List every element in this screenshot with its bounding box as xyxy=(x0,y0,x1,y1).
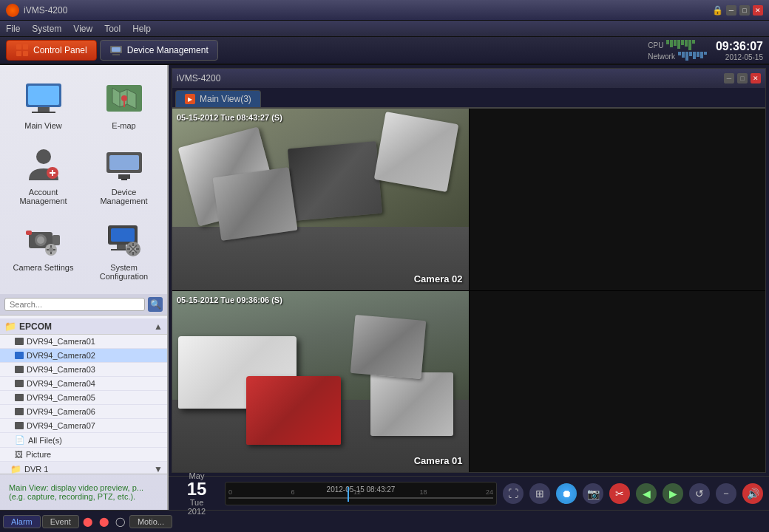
control-panel-icon xyxy=(16,44,29,57)
camera-grid: 05-15-2012 Tue 08:43:27 (S) Camera 02 xyxy=(172,109,765,472)
cam02-icon xyxy=(15,352,24,359)
camera-cell-cam01: 05-15-2012 Tue 09:36:06 (S) Camera 01 xyxy=(172,291,469,473)
svg-point-28 xyxy=(49,248,53,252)
minus-button[interactable]: － xyxy=(716,483,736,504)
tree-item-cam03[interactable]: DVR94_Camera03 xyxy=(0,363,167,377)
dayofweek-label: Tue xyxy=(175,498,219,507)
event-button[interactable]: Event xyxy=(42,515,79,528)
layout-button[interactable]: ⊞ xyxy=(529,483,550,504)
system-configuration-icon xyxy=(104,220,144,260)
audio-button[interactable]: 🔊 xyxy=(742,483,763,504)
main-view-icon xyxy=(24,78,64,118)
svg-rect-25 xyxy=(52,235,60,245)
camera-settings-label: Camera Settings xyxy=(13,263,74,272)
cam04-label: DVR94_Camera04 xyxy=(27,379,95,388)
sidebar-item-device-management[interactable]: Device Management xyxy=(87,140,161,210)
tree-group-epcom[interactable]: 📁 EPCOM ▲ xyxy=(0,318,167,335)
cam07-icon xyxy=(15,422,24,429)
record-button[interactable]: ⏺ xyxy=(556,483,577,504)
emap-icon xyxy=(104,78,144,118)
device-management-icon-left xyxy=(104,145,144,185)
svg-rect-19 xyxy=(109,155,139,170)
tab-main-view[interactable]: ▶ Main View(3) xyxy=(175,90,261,107)
search-button[interactable]: 🔍 xyxy=(148,297,163,312)
emap-label: E-map xyxy=(112,121,135,130)
timeline-cursor xyxy=(348,487,349,502)
inner-close-button[interactable]: ✕ xyxy=(751,73,761,83)
menu-view[interactable]: View xyxy=(73,24,92,34)
svg-rect-6 xyxy=(112,47,121,52)
cam06-icon xyxy=(15,408,24,415)
motion-button[interactable]: Motio... xyxy=(129,515,172,528)
tree-item-cam02[interactable]: DVR94_Camera02 xyxy=(0,349,167,363)
stop-button[interactable]: ✂ xyxy=(609,483,630,504)
svg-rect-31 xyxy=(117,245,126,249)
inner-max-button[interactable]: □ xyxy=(737,73,748,83)
next-button[interactable]: ▶ xyxy=(663,483,683,504)
search-bar: 🔍 xyxy=(0,294,167,316)
tab-icon: ▶ xyxy=(185,94,195,104)
alert-status-icon[interactable]: ⬤ xyxy=(97,514,112,529)
day-label: 15 xyxy=(175,480,219,498)
maximize-button[interactable]: □ xyxy=(739,5,750,16)
all-files-icon: 📄 xyxy=(15,435,25,445)
tree-item-cam05[interactable]: DVR94_Camera05 xyxy=(0,391,167,405)
sidebar-item-system-configuration[interactable]: System Configuration xyxy=(87,216,161,285)
inner-titlebar: iVMS-4200 ─ □ ✕ xyxy=(172,69,765,88)
device-management-button[interactable]: Device Management xyxy=(100,40,218,61)
app-icon xyxy=(6,4,19,17)
sidebar-item-camera-settings[interactable]: Camera Settings xyxy=(6,216,81,285)
refresh-button[interactable]: ↺ xyxy=(689,483,710,504)
tree-item-cam06[interactable]: DVR94_Camera06 xyxy=(0,405,167,419)
menu-bar: File System View Tool Help xyxy=(0,21,769,37)
menu-file[interactable]: File xyxy=(6,24,20,34)
menu-tool[interactable]: Tool xyxy=(104,24,121,34)
title-left: iVMS-4200 xyxy=(6,4,67,17)
inner-window-title: iVMS-4200 xyxy=(177,73,220,83)
record-status-icon[interactable]: ⬤ xyxy=(81,514,95,529)
timeline-marks: 06121824 xyxy=(228,488,493,496)
cam04-icon xyxy=(15,380,24,387)
cpu-label: CPU xyxy=(648,41,663,50)
timeline-track[interactable]: 2012-05-15 08:43:27 06121824 xyxy=(225,482,497,505)
close-button[interactable]: ✕ xyxy=(753,5,763,16)
minimize-button[interactable]: ─ xyxy=(726,5,736,16)
tree-subgroup-dvr1[interactable]: 📁 DVR 1 ▼ xyxy=(0,462,167,474)
prev-button[interactable]: ◀ xyxy=(636,483,657,504)
svg-rect-5 xyxy=(112,54,120,55)
device-management-icon xyxy=(109,44,123,57)
cam02-label: DVR94_Camera02 xyxy=(27,351,95,360)
menu-system[interactable]: System xyxy=(32,24,61,34)
sidebar-item-account-management[interactable]: Account Management xyxy=(6,140,81,210)
tree-item-cam07[interactable]: DVR94_Camera07 xyxy=(0,419,167,433)
dvr1-expand-icon: ▼ xyxy=(154,464,163,474)
account-management-icon xyxy=(24,145,64,185)
inner-window: iVMS-4200 ─ □ ✕ ▶ Main View(3) xyxy=(172,68,766,473)
search-input[interactable] xyxy=(4,298,145,311)
svg-rect-10 xyxy=(32,112,55,113)
sidebar-item-main-view[interactable]: Main View xyxy=(6,74,81,134)
taskbar: Control Panel Device Management CPU xyxy=(0,37,769,65)
fullscreen-button[interactable]: ⛶ xyxy=(503,483,524,504)
year-label: 2012 xyxy=(175,507,219,516)
control-panel-button[interactable]: Control Panel xyxy=(6,40,97,61)
cam01-icon xyxy=(15,338,24,345)
alarm-button[interactable]: Alarm xyxy=(3,515,41,528)
motion-status-icon[interactable]: ◯ xyxy=(113,514,128,529)
camera-cell-cam02: 05-15-2012 Tue 08:43:27 (S) Camera 02 xyxy=(172,109,469,290)
account-management-label: Account Management xyxy=(10,188,76,205)
menu-help[interactable]: Help xyxy=(132,24,151,34)
sidebar-item-emap[interactable]: E-map xyxy=(87,74,161,134)
control-panel-label: Control Panel xyxy=(33,45,87,55)
timeline-line xyxy=(228,497,493,499)
snapshot-button[interactable]: 📷 xyxy=(583,483,603,504)
cam06-label: DVR94_Camera06 xyxy=(27,407,95,416)
tab-label: Main View(3) xyxy=(200,94,251,104)
tree-item-picture[interactable]: 🖼 Picture xyxy=(0,448,167,462)
all-files-label: All File(s) xyxy=(28,436,62,445)
tree-item-all-files[interactable]: 📄 All File(s) xyxy=(0,433,167,448)
tree-item-cam04[interactable]: DVR94_Camera04 xyxy=(0,377,167,391)
tree-item-cam01[interactable]: DVR94_Camera01 xyxy=(0,335,167,349)
inner-min-button[interactable]: ─ xyxy=(724,73,734,83)
cam05-label: DVR94_Camera05 xyxy=(27,393,95,402)
